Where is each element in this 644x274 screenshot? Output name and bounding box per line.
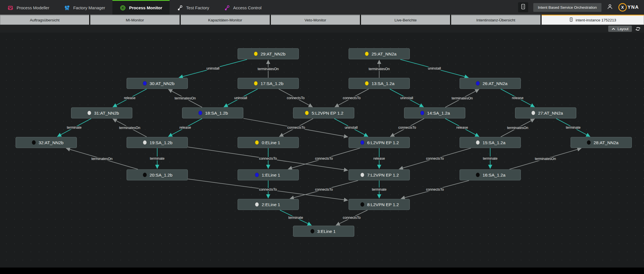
graph-edge-label: uninstall [345, 126, 358, 130]
graph-node-15[interactable]: 15:SA_1.2a [460, 137, 521, 148]
graph-edge-label: uninstall [428, 66, 441, 70]
graph-node-28[interactable]: 28:AT_NN2a [571, 137, 632, 148]
graph-node-17[interactable]: 17:SA_1.2b [238, 78, 299, 89]
graph-node-18[interactable]: 18:SA_1.2b [182, 108, 243, 118]
test-factory-icon [177, 5, 183, 11]
graph-node-19[interactable]: 19:SA_1.2b [127, 137, 188, 148]
graph-edge-label: uninstall [234, 96, 247, 100]
graph-canvas[interactable]: 29:AT_NN2b25:AT_NN2a30:AT_NN2b17:SA_1.2b… [0, 33, 644, 268]
nav-item-process-modeller[interactable]: Process Modeller [0, 0, 57, 15]
graph-node-25[interactable]: 25:AT_NN2a [349, 48, 410, 59]
graph-node-20[interactable]: 20:SA_1.2b [127, 170, 188, 180]
nav-item-label: Test Factory [186, 5, 209, 10]
graph-edge-label: terminatesOn [535, 157, 556, 161]
tab-label: Veto-Monitor [305, 18, 326, 22]
graph-node-16[interactable]: 16:SA_1.2a [460, 170, 521, 180]
tab-label: intent-instance 1752213 [576, 18, 616, 22]
tab-label: Live-Berichte [394, 18, 417, 22]
layout-button[interactable]: Layout [608, 26, 632, 32]
graph-edge-label: release [456, 126, 468, 130]
graph-node-14[interactable]: 14:SA_1.2a [404, 108, 465, 118]
graph-node-30[interactable]: 30:AT_NN2b [127, 78, 188, 89]
user-account-button[interactable] [607, 3, 613, 11]
tab-kapazitaeten-monitor[interactable]: Kapazitäten-Monitor [181, 15, 270, 25]
status-dot-black [476, 173, 480, 177]
node-label: 13:SA_1.2a [372, 81, 394, 86]
status-dot-yellow [254, 81, 258, 86]
graph-node-3[interactable]: 3:ELine 1 [293, 226, 354, 237]
graph-edge-label: terminatesOn [452, 96, 473, 100]
tab-auftragsuebersicht[interactable]: Auftragsübersicht [0, 15, 89, 25]
node-label: 19:SA_1.2b [150, 140, 172, 145]
tab-veto-monitor[interactable]: Veto-Monitor [271, 15, 360, 25]
status-dot-blue [199, 111, 202, 115]
refresh-icon[interactable] [635, 26, 641, 32]
node-label: 15:SA_1.2a [483, 140, 505, 145]
tab-live-berichte[interactable]: Live-Berichte [361, 15, 450, 25]
graph-node-27[interactable]: 27:AT_NN2a [515, 108, 576, 118]
status-dot-black [143, 173, 147, 177]
info-panel-button[interactable] [518, 2, 528, 12]
status-dot-yellow [255, 141, 259, 145]
chevron-up-icon [612, 27, 615, 31]
node-label: 7:L2VPN EP 1.2 [367, 173, 399, 177]
status-dot-blue [143, 81, 147, 86]
node-label: 29:AT_NN2b [261, 52, 285, 56]
status-dot-gray [143, 141, 147, 145]
nav-item-test-factory[interactable]: Test Factory [170, 0, 217, 15]
graph-node-2[interactable]: 2:ELine 1 [238, 199, 299, 210]
graph-edge-label: connectsTo [343, 96, 361, 100]
node-label: 0:ELine 1 [262, 140, 280, 145]
nav-right: Intent Based Service Orchestration X YNA [518, 0, 644, 15]
nav-item-label: Process Modeller [17, 5, 49, 10]
graph-edge-label: connectsTo [259, 188, 277, 191]
graph-node-6[interactable]: 6:L2VPN EP 1.2 [349, 137, 410, 148]
tab-mi-monitor[interactable]: MI-Monitor [90, 15, 179, 25]
status-dot-blue [421, 111, 424, 115]
nav-item-process-monitor[interactable]: Process Monitor [112, 0, 170, 15]
node-label: 8:L2VPN EP 1.2 [367, 202, 399, 207]
tab-intent-instance[interactable]: intent-instance 1752213 [541, 15, 644, 25]
top-nav: Process Modeller Factory Manager Process… [0, 0, 644, 15]
tab-label: Intentinstanz-Übersicht [476, 18, 515, 22]
graph-node-7[interactable]: 7:L2VPN EP 1.2 [349, 170, 410, 180]
status-dot-yellow [365, 52, 369, 56]
status-dot-gray [476, 141, 480, 145]
graph-node-1[interactable]: 1:ELine 1 [238, 170, 299, 180]
tab-intentinstanz-uebersicht[interactable]: Intentinstanz-Übersicht [451, 15, 540, 25]
nav-item-label: Access Control [233, 5, 262, 10]
graph-edge-label: terminatesOn [368, 67, 390, 71]
graph-edge-label: terminatesOn [257, 67, 279, 71]
nav-item-label: Process Monitor [129, 5, 162, 10]
person-icon [607, 3, 613, 11]
graph-edge-label: release [179, 126, 191, 130]
node-label: 32:AT_NN2b [39, 140, 63, 145]
graph-edge-label: connectsTo [287, 96, 305, 100]
graph-node-31[interactable]: 31:AT_NN2b [71, 108, 132, 118]
graph-node-29[interactable]: 29:AT_NN2b [238, 48, 299, 59]
node-label: 27:AT_NN2a [538, 111, 563, 115]
process-modeller-icon [7, 5, 14, 11]
graph-node-26[interactable]: 26:AT_NN2a [460, 78, 521, 89]
graph-node-32[interactable]: 32:AT_NN2b [16, 137, 77, 148]
graph-edge-label: terminate [150, 157, 165, 161]
graph-node-0[interactable]: 0:ELine 1 [238, 137, 299, 148]
node-label: 30:AT_NN2b [150, 81, 174, 86]
graph-edge-label: terminate [483, 157, 498, 161]
nav-item-factory-manager[interactable]: Factory Manager [57, 0, 112, 15]
node-label: 14:SA_1.2a [427, 111, 450, 115]
status-dot-blue [255, 173, 259, 177]
graph-edge-label: terminate [372, 188, 387, 191]
status-dot-black [361, 202, 364, 207]
graph-node-5[interactable]: 5:L2VPN EP 1.2 [293, 108, 354, 118]
graph-node-13[interactable]: 13:SA_1.2a [349, 78, 410, 89]
status-dot-yellow [365, 81, 369, 86]
node-label: 20:SA_1.2b [150, 173, 172, 177]
app-switcher-button[interactable]: Intent Based Service Orchestration [533, 3, 601, 12]
status-dot-blue [476, 81, 480, 86]
graph-node-8[interactable]: 8:L2VPN EP 1.2 [349, 199, 410, 210]
graph-edge-label: connectsTo [343, 216, 361, 220]
tab-label: MI-Monitor [126, 18, 144, 22]
nav-item-access-control[interactable]: Access Control [217, 0, 269, 15]
graph-edge-label: terminate [566, 126, 581, 130]
